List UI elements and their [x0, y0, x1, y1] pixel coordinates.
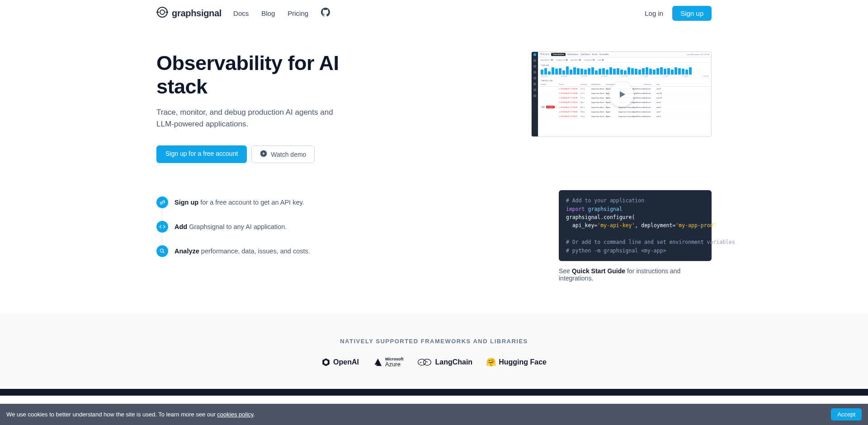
brand-name: graphsignal: [172, 8, 222, 19]
framework-label: Hugging Face: [499, 358, 547, 366]
github-link[interactable]: [321, 8, 330, 19]
step-text: Analyze performance, data, issues, and c…: [175, 248, 310, 255]
logo-mark-icon: [156, 6, 168, 20]
framework-azure: Microsoft Azure: [373, 357, 404, 367]
hero-section: Observability for AI stack Trace, monito…: [156, 23, 712, 190]
nav-blog[interactable]: Blog: [261, 9, 275, 17]
nav-docs[interactable]: Docs: [233, 9, 249, 17]
step-item: Analyze performance, data, issues, and c…: [156, 239, 392, 263]
quick-start-link[interactable]: Quick Start Guide: [572, 267, 625, 275]
hero-title: Observability for AI stack: [156, 51, 378, 98]
code-caption: See Quick Start Guide for instructions a…: [559, 267, 712, 282]
demo-video-thumbnail[interactable]: TRACES Transactions Generations Operatio…: [531, 51, 712, 137]
svg-point-6: [160, 249, 163, 252]
svg-point-1: [160, 10, 165, 14]
hero-subtitle: Trace, monitor, and debug production AI …: [156, 107, 351, 131]
framework-openai: OpenAI: [321, 358, 359, 367]
huggingface-icon: 🤗: [486, 357, 496, 367]
framework-label: LangChain: [435, 358, 472, 366]
steps-list: Sign up for a free account to get an API…: [156, 190, 392, 282]
step-item: Add Graphsignal to any AI application.: [156, 215, 392, 239]
frameworks-heading: NATIVELY SUPPORTED FRAMEWORKS AND LIBRAR…: [0, 338, 868, 345]
azure-icon: [373, 357, 382, 367]
framework-huggingface: 🤗 Hugging Face: [486, 357, 547, 367]
hero-watch-demo-button[interactable]: Watch demo: [251, 145, 315, 163]
framework-label: OpenAI: [333, 358, 359, 366]
watch-demo-label: Watch demo: [271, 151, 306, 158]
site-header: graphsignal Docs Blog Pricing Log in Sig…: [0, 0, 868, 23]
github-icon: [321, 8, 330, 17]
brand-logo[interactable]: graphsignal: [156, 6, 222, 20]
step-text: Add Graphsignal to any AI application.: [175, 223, 287, 230]
search-icon: [156, 245, 168, 257]
play-circle-icon: [260, 150, 267, 159]
nav-pricing[interactable]: Pricing: [288, 9, 308, 17]
openai-icon: [321, 358, 330, 367]
getting-started-section: Sign up for a free account to get an API…: [156, 190, 712, 313]
step-item: Sign up for a free account to get an API…: [156, 190, 392, 215]
svg-point-5: [160, 202, 162, 205]
step-text: Sign up for a free account to get an API…: [175, 199, 304, 206]
key-icon: [156, 196, 168, 208]
signup-button[interactable]: Sign up: [672, 6, 712, 21]
code-snippet: # Add to your application import graphsi…: [559, 190, 712, 261]
play-overlay: [532, 52, 711, 136]
framework-langchain: LangChain: [417, 358, 472, 366]
footer-strip: [0, 389, 868, 396]
frameworks-section: NATIVELY SUPPORTED FRAMEWORKS AND LIBRAR…: [0, 313, 868, 389]
login-link[interactable]: Log in: [645, 9, 663, 17]
code-icon: [156, 221, 168, 233]
play-icon: [609, 82, 634, 107]
hero-signup-button[interactable]: Sign up for a free account: [156, 145, 247, 163]
langchain-icon: [417, 358, 432, 366]
primary-nav: Docs Blog Pricing: [233, 8, 330, 19]
